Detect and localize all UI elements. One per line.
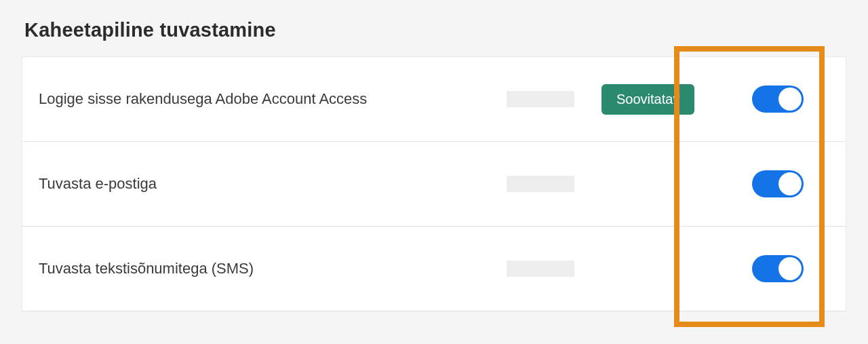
toggle-knob [778, 172, 802, 195]
toggle-adobe-account-access[interactable] [752, 85, 804, 113]
row-placeholder-block [507, 176, 574, 192]
row-sms: Tuvasta tekstisõnumitega (SMS) [22, 227, 846, 311]
toggle-email[interactable] [752, 170, 804, 197]
badge-cell: Soovitatav [601, 84, 710, 115]
row-email: Tuvasta e-postiga [22, 142, 846, 227]
toggle-cell [710, 85, 846, 113]
settings-rows: Logige sisse rakendusega Adobe Account A… [22, 56, 846, 311]
two-step-verification-section: Kaheetapiline tuvastamine Logige sisse r… [0, 0, 868, 311]
row-placeholder-block [507, 261, 574, 277]
toggle-knob [778, 257, 802, 280]
toggle-sms[interactable] [752, 255, 804, 282]
row-label: Tuvasta tekstisõnumitega (SMS) [39, 260, 507, 278]
row-label: Tuvasta e-postiga [39, 175, 507, 193]
row-label: Logige sisse rakendusega Adobe Account A… [39, 90, 507, 108]
recommended-badge: Soovitatav [601, 84, 694, 115]
toggle-knob [778, 88, 802, 111]
section-title: Kaheetapiline tuvastamine [22, 19, 846, 41]
row-adobe-account-access: Logige sisse rakendusega Adobe Account A… [22, 57, 846, 142]
toggle-cell [710, 170, 846, 197]
toggle-cell [710, 255, 846, 282]
row-placeholder-block [507, 91, 574, 107]
